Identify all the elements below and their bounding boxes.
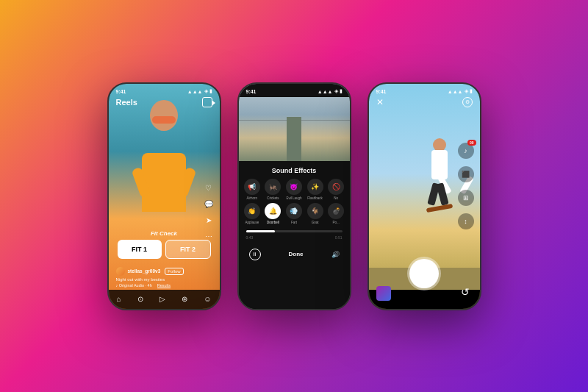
sound-grid-row2: 👏 Applause 🔔 Doorbell 💨 Fart 🐐 Goat 💣 Po… bbox=[239, 200, 350, 224]
phone1-content: 9:41 ▲▲▲ ◈ ▮ Reels Fit Check FIT 1 FIT 2… bbox=[109, 84, 220, 309]
status-time-3: 9:41 bbox=[376, 89, 387, 94]
sound-item-crickets[interactable]: 🦗 Crickets bbox=[264, 179, 282, 200]
goat-icon: 🐐 bbox=[307, 203, 323, 219]
status-icons-1: ▲▲▲ ◈ ▮ bbox=[187, 88, 212, 94]
poll-buttons: FIT 1 FIT 2 bbox=[118, 240, 211, 259]
sound-effects-title: Sound Effects bbox=[239, 161, 350, 179]
close-button[interactable]: ✕ bbox=[376, 97, 384, 107]
reels-nav-icon[interactable]: ▷ bbox=[159, 295, 165, 303]
arm-left bbox=[132, 166, 151, 197]
road bbox=[287, 117, 301, 161]
shop-nav-icon[interactable]: ⊛ bbox=[182, 295, 187, 303]
more-icon[interactable]: ⋯ bbox=[204, 232, 214, 243]
fart-icon: 💨 bbox=[286, 203, 302, 219]
goat-label: Goat bbox=[312, 221, 319, 224]
sound-item-evil-laugh[interactable]: 😈 Evil Laugh bbox=[285, 179, 304, 200]
bottom-info: stellas_gr00v3 Follow Night out with my … bbox=[109, 267, 220, 288]
layout-tool-button[interactable]: ⊞ bbox=[458, 190, 474, 206]
wifi-icon-2: ◈ bbox=[334, 88, 338, 94]
gallery-button[interactable] bbox=[376, 286, 391, 301]
phone3-content: 9:41 ▲▲▲ ◈ ▮ ✕ ⚙ 00 ♪ ⬛ ⊞ ↕ bbox=[369, 84, 480, 309]
sound-item-fart[interactable]: 💨 Fart bbox=[285, 203, 304, 224]
crickets-icon: 🦗 bbox=[265, 179, 281, 195]
bottom-navigation: ⌂ ⊙ ▷ ⊛ ☺ bbox=[109, 290, 220, 309]
share-icon[interactable]: ➤ bbox=[204, 216, 214, 227]
doorbell-icon: 🔔 bbox=[265, 203, 281, 219]
person-body bbox=[142, 153, 186, 212]
person-illustration bbox=[131, 94, 197, 212]
sound-item-po[interactable]: 💣 Po... bbox=[327, 203, 345, 224]
comment-icon[interactable]: 💬 bbox=[204, 200, 214, 210]
sound-grid-row1: 📢 Airhorn 🦗 Crickets 😈 Evil Laugh ✨ Flas… bbox=[239, 179, 350, 200]
battery-icon: ▮ bbox=[209, 88, 212, 94]
status-bar-1: 9:41 ▲▲▲ ◈ ▮ bbox=[109, 84, 220, 97]
caption: Night out with my besties bbox=[116, 277, 212, 282]
poll-label: Fit Check bbox=[118, 230, 211, 237]
phone1-header: Reels bbox=[109, 97, 220, 107]
play-pause-button[interactable]: ⏸ bbox=[249, 249, 261, 260]
no-icon: 🚫 bbox=[328, 179, 344, 195]
phone3-top-bar: ✕ ⚙ bbox=[369, 97, 480, 107]
audio-info: ♪ Original Audio · 4h bbox=[116, 283, 152, 288]
timeline-start: 0:43 bbox=[246, 235, 254, 240]
home-nav-icon[interactable]: ⌂ bbox=[117, 295, 121, 303]
airhorn-icon: 📢 bbox=[244, 179, 260, 195]
phone2-bottom-bar: ⏸ Done 🔊 bbox=[239, 244, 350, 265]
sound-item-no[interactable]: 🚫 No bbox=[327, 179, 345, 200]
timeline-bar[interactable] bbox=[246, 230, 343, 232]
camera-bottom-bar: ↺ bbox=[369, 290, 480, 309]
status-icons-3: ▲▲▲ ◈ ▮ bbox=[448, 88, 473, 94]
results-link[interactable]: Results bbox=[157, 283, 171, 288]
arm-right bbox=[177, 166, 197, 197]
wifi-icon-3: ◈ bbox=[465, 88, 468, 94]
status-icons-2: ▲▲▲ ◈ ▮ bbox=[318, 88, 343, 94]
phone-2-sound-effects: 9:41 ▲▲▲ ◈ ▮ Sound Effects 📢 Airhorn 🦗 C… bbox=[237, 82, 351, 310]
evil-laugh-icon: 😈 bbox=[286, 179, 302, 195]
phone-1-reels: 9:41 ▲▲▲ ◈ ▮ Reels Fit Check FIT 1 FIT 2… bbox=[107, 82, 221, 310]
done-button[interactable]: Done bbox=[289, 251, 304, 257]
sound-item-applause[interactable]: 👏 Applause bbox=[243, 203, 262, 224]
search-nav-icon[interactable]: ⊙ bbox=[137, 295, 143, 303]
user-row: stellas_gr00v3 Follow bbox=[116, 267, 212, 276]
fart-label: Fart bbox=[291, 221, 297, 224]
username: stellas_gr00v3 bbox=[128, 268, 161, 274]
battery-icon-2: ▮ bbox=[340, 88, 343, 94]
status-bar-2: 9:41 ▲▲▲ ◈ ▮ bbox=[239, 84, 350, 97]
timeline-end: 0:51 bbox=[335, 235, 343, 240]
sunglasses bbox=[152, 116, 176, 124]
sound-item-goat[interactable]: 🐐 Goat bbox=[306, 203, 324, 224]
doorbell-label: Doorbell bbox=[267, 221, 279, 224]
poll-fit1-button[interactable]: FIT 1 bbox=[118, 240, 162, 259]
signal-icon-2: ▲▲▲ bbox=[318, 89, 333, 94]
like-icon[interactable]: ♡ bbox=[204, 184, 214, 194]
follow-button[interactable]: Follow bbox=[165, 268, 183, 275]
skater-head bbox=[433, 138, 446, 152]
profile-nav-icon[interactable]: ☺ bbox=[204, 295, 211, 303]
speed-tool-button[interactable]: ↕ bbox=[458, 213, 474, 229]
sound-item-doorbell[interactable]: 🔔 Doorbell bbox=[264, 203, 282, 224]
camera-tools: ♪ ⬛ ⊞ ↕ bbox=[458, 143, 474, 229]
record-count-badge: 00 bbox=[467, 140, 476, 146]
effects-tool-button[interactable]: ⬛ bbox=[458, 166, 474, 182]
side-actions: ♡ 💬 ➤ ⋯ bbox=[204, 184, 214, 243]
sound-item-airhorn[interactable]: 📢 Airhorn bbox=[243, 179, 262, 200]
flashback-icon: ✨ bbox=[307, 179, 323, 195]
wifi-icon: ◈ bbox=[204, 88, 208, 94]
po-label: Po... bbox=[333, 221, 340, 224]
reels-title: Reels bbox=[116, 98, 137, 107]
camera-button[interactable] bbox=[202, 97, 212, 107]
record-button[interactable] bbox=[409, 259, 439, 288]
user-avatar bbox=[116, 267, 125, 276]
record-button-area bbox=[409, 259, 439, 288]
settings-button[interactable]: ⚙ bbox=[462, 97, 473, 107]
status-bar-3: 9:41 ▲▲▲ ◈ ▮ bbox=[369, 84, 480, 97]
applause-icon: 👏 bbox=[244, 203, 260, 219]
phone-3-camera: 9:41 ▲▲▲ ◈ ▮ ✕ ⚙ 00 ♪ ⬛ ⊞ ↕ bbox=[368, 82, 481, 310]
skater-body bbox=[431, 150, 448, 179]
battery-icon-3: ▮ bbox=[470, 88, 473, 94]
audio-row: ♪ Original Audio · 4h Results bbox=[116, 283, 212, 288]
sound-item-flashback[interactable]: ✨ Flashback bbox=[306, 179, 324, 200]
flip-camera-button[interactable]: ↺ bbox=[458, 286, 473, 301]
signal-icon-3: ▲▲▲ bbox=[448, 89, 463, 94]
volume-icon[interactable]: 🔊 bbox=[331, 251, 340, 258]
